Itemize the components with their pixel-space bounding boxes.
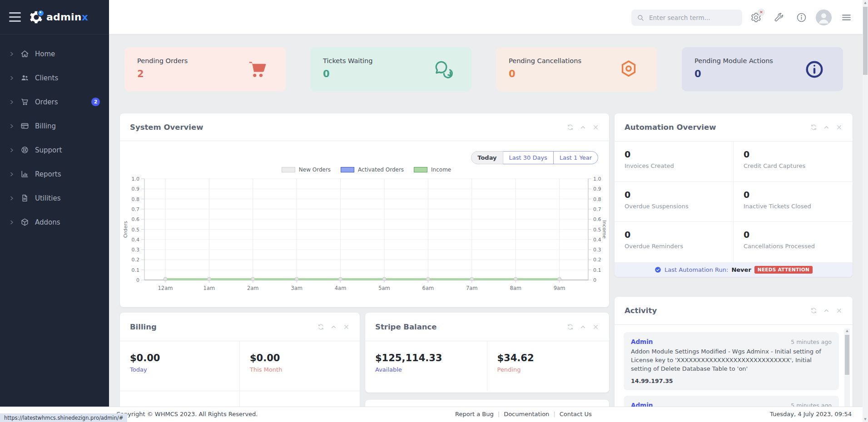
legend-label: Activated Orders	[358, 167, 404, 173]
close-icon[interactable]	[836, 307, 843, 314]
scrollbar-thumb[interactable]	[863, 7, 868, 75]
sidebar-item-billing[interactable]: Billing	[0, 114, 109, 138]
sidebar-item-addons[interactable]: Addons	[0, 210, 109, 234]
legend-item[interactable]: New Orders	[282, 167, 331, 173]
stat-card-pending-orders[interactable]: Pending Orders 2	[124, 47, 286, 91]
legend-item[interactable]: Income	[414, 167, 451, 173]
needs-attention-badge: NEEDS ATTENTION	[754, 266, 813, 274]
sidebar-item-label: Reports	[35, 170, 61, 178]
sidebar-item-utilities[interactable]: Utilities	[0, 186, 109, 210]
activity-scrollbar[interactable]: ▲	[844, 329, 850, 418]
sidebar-toggle-icon[interactable]	[9, 12, 21, 22]
collapse-icon[interactable]	[823, 307, 830, 314]
legend-item[interactable]: Activated Orders	[341, 167, 404, 173]
panel-controls	[567, 124, 599, 131]
search-input[interactable]	[648, 14, 737, 22]
panel-controls	[810, 124, 843, 131]
search-box[interactable]	[631, 10, 742, 26]
svg-text:3am: 3am	[291, 285, 303, 291]
panel-header: Stripe Balance	[365, 313, 609, 341]
svg-text:0: 0	[593, 277, 596, 283]
sidebar-badge: 2	[91, 98, 100, 106]
panel-header: Activity	[615, 297, 853, 325]
activity-panel: Activity Admin 5 minutes ago Addon Modul…	[615, 297, 853, 422]
automation-stat-label: Overdue Suspensions	[625, 203, 723, 210]
money-cell: $34.62 Pending	[487, 341, 610, 391]
activity-user-link[interactable]: Admin	[631, 338, 653, 345]
refresh-icon[interactable]	[567, 324, 574, 330]
automation-stat-label: Overdue Reminders	[625, 243, 723, 250]
brand-logo[interactable]: adminx	[29, 10, 88, 25]
panel-title: System Overview	[130, 123, 203, 132]
scroll-down-icon[interactable]: ▼	[863, 417, 868, 421]
reports-chart-icon	[20, 170, 29, 178]
system-overview-panel: System Overview TodayLast 30 DaysLast 1 …	[120, 113, 609, 307]
footer-datetime: Tuesday, 4 July 2023, 09:54	[770, 411, 852, 417]
range-button-last-1-year[interactable]: Last 1 Year	[553, 151, 598, 164]
svg-text:2am: 2am	[247, 285, 259, 291]
range-button-last-30-days[interactable]: Last 30 Days	[503, 151, 554, 164]
refresh-icon[interactable]	[567, 124, 574, 131]
footer-separator: |	[553, 411, 555, 417]
home-icon	[20, 49, 29, 58]
menu-icon[interactable]	[838, 9, 854, 25]
info-icon[interactable]	[793, 9, 809, 25]
chevron-right-icon	[9, 147, 15, 153]
sidebar-item-reports[interactable]: Reports	[0, 162, 109, 186]
page-scrollbar[interactable]: ▲ ▼	[863, 0, 868, 422]
close-icon[interactable]	[592, 324, 599, 330]
last-run-value: Never	[731, 266, 751, 273]
stat-cards-row: Pending Orders 2 Tickets Waiting 0 Pendi…	[124, 47, 843, 91]
stat-card-tickets-waiting[interactable]: Tickets Waiting 0	[310, 47, 471, 91]
close-icon[interactable]	[343, 324, 350, 330]
activity-item: Admin 5 minutes ago Addon Module Setting…	[624, 332, 839, 390]
svg-text:1am: 1am	[203, 285, 215, 291]
refresh-icon[interactable]	[810, 307, 817, 314]
sidebar-item-support[interactable]: Support	[0, 138, 109, 162]
close-icon[interactable]	[836, 124, 843, 131]
stat-card-pending-cancellations[interactable]: Pending Cancellations 0	[496, 47, 657, 91]
svg-text:0.3: 0.3	[593, 247, 601, 253]
addons-cube-icon	[20, 218, 29, 226]
settings-gear-icon[interactable]: ✕	[748, 9, 764, 25]
svg-text:0.7: 0.7	[132, 206, 140, 212]
footer-link-contact-us[interactable]: Contact Us	[560, 411, 592, 417]
wrench-icon[interactable]	[770, 9, 787, 25]
panel-title: Activity	[625, 306, 657, 315]
scrollbar-thumb[interactable]	[845, 335, 849, 375]
sidebar-item-orders[interactable]: Orders 2	[0, 90, 109, 114]
panel-title: Stripe Balance	[375, 323, 437, 331]
svg-text:1.0: 1.0	[132, 176, 140, 182]
refresh-icon[interactable]	[810, 124, 817, 131]
chevron-right-icon	[9, 75, 15, 81]
close-icon[interactable]	[592, 124, 599, 131]
sidebar-item-home[interactable]: Home	[0, 42, 109, 66]
footer-link-documentation[interactable]: Documentation	[504, 411, 549, 417]
money-label: This Month	[250, 366, 350, 373]
brand-gear-icon	[29, 10, 44, 25]
automation-stat-value: 0	[625, 190, 723, 200]
scroll-up-icon[interactable]: ▲	[844, 329, 850, 333]
panel-title: Automation Overview	[625, 123, 716, 132]
collapse-icon[interactable]	[580, 324, 586, 330]
range-button-today[interactable]: Today	[471, 151, 503, 164]
svg-text:0.8: 0.8	[593, 196, 601, 202]
search-icon	[637, 14, 644, 21]
collapse-icon[interactable]	[330, 324, 337, 330]
stat-card-pending-module-actions[interactable]: Pending Module Actions 0	[682, 47, 843, 91]
system-overview-chart: 1.01.00.90.90.80.80.70.70.60.60.50.50.40…	[120, 176, 609, 301]
scroll-up-icon[interactable]: ▲	[863, 1, 868, 5]
footer-link-report-a-bug[interactable]: Report a Bug	[455, 411, 494, 417]
footer-links: Report a Bug|Documentation|Contact Us	[455, 411, 592, 417]
automation-overview-panel: Automation Overview 0 Invoices Created 0…	[615, 113, 853, 277]
sidebar-item-clients[interactable]: Clients	[0, 66, 109, 90]
last-automation-run-bar: Last Automation Run: Never NEEDS ATTENTI…	[615, 262, 853, 277]
activity-time: 5 minutes ago	[791, 339, 832, 345]
collapse-icon[interactable]	[823, 124, 830, 131]
refresh-icon[interactable]	[317, 324, 324, 330]
avatar[interactable]	[816, 10, 832, 25]
svg-text:0.6: 0.6	[132, 216, 140, 222]
svg-text:7am: 7am	[466, 285, 478, 291]
clients-icon	[20, 74, 29, 82]
collapse-icon[interactable]	[580, 124, 586, 131]
